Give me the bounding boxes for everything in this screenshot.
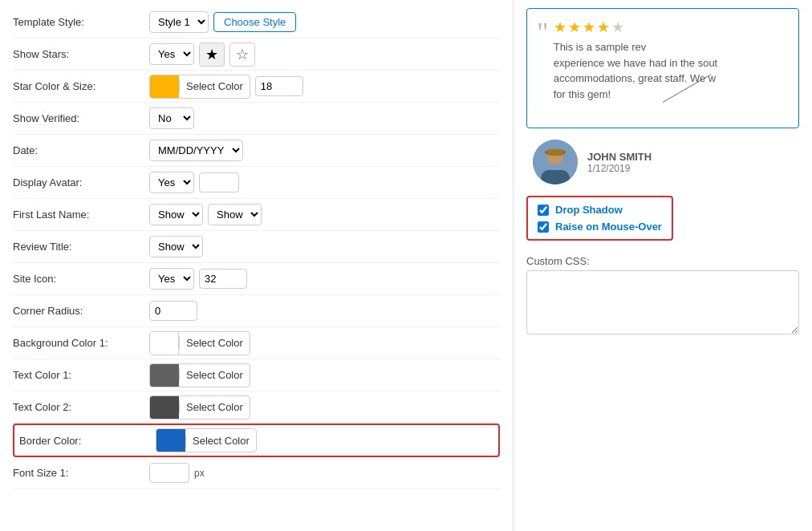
- reviewer-row: JOHN SMITH 1/12/2019: [533, 140, 799, 184]
- star-outline-icon[interactable]: ☆: [229, 43, 255, 67]
- bg-color-1-label-text: Select Color: [179, 337, 250, 349]
- drop-shadow-checkbox[interactable]: [538, 205, 549, 216]
- star-4: ★: [597, 18, 610, 36]
- choose-style-button[interactable]: Choose Style: [213, 12, 296, 32]
- display-avatar-select[interactable]: Yes No: [149, 172, 194, 193]
- review-title-select[interactable]: Show Hide: [149, 236, 203, 257]
- first-last-name-controls: Show Hide Show Hide: [149, 204, 262, 225]
- corner-radius-controls: [149, 301, 197, 321]
- star-color-size-label: Star Color & Size:: [13, 80, 149, 92]
- site-icon-label: Site Icon:: [13, 273, 149, 285]
- star-color-swatch: [150, 75, 179, 99]
- date-controls: MM/DD/YYYY DD/MM/YYYY YYYY/MM/DD: [149, 140, 243, 161]
- border-color-controls: Select Color: [156, 428, 257, 452]
- stars-row: ★ ★ ★ ★ ★: [554, 18, 718, 36]
- text-color-1-button[interactable]: Select Color: [149, 363, 250, 387]
- display-avatar-label: Display Avatar:: [13, 176, 149, 188]
- star-color-size-row: Star Color & Size: Select Color: [13, 71, 500, 103]
- star-size-input[interactable]: [255, 76, 303, 96]
- drop-shadow-label: Drop Shadow: [555, 204, 623, 216]
- template-style-row: Template Style: Style 1 Style 2 Style 3 …: [13, 6, 500, 39]
- show-verified-controls: No Yes: [149, 107, 194, 129]
- font-size-1-label: Font Size 1:: [13, 467, 149, 479]
- show-stars-row: Show Stars: Yes No ★ ☆: [13, 39, 500, 71]
- raise-on-mouseover-label: Raise on Mouse-Over: [555, 221, 662, 233]
- review-title-label: Review Title:: [13, 241, 149, 253]
- review-title-row: Review Title: Show Hide: [13, 231, 500, 263]
- site-icon-controls: Yes No: [149, 268, 247, 290]
- raise-on-mouseover-checkbox[interactable]: [538, 221, 549, 233]
- display-avatar-controls: Yes No: [149, 172, 239, 193]
- right-panel: " ★ ★ ★ ★ ★ This is a sample rev experie…: [514, 0, 812, 531]
- border-color-label: Border Color:: [19, 435, 156, 447]
- text-color-2-controls: Select Color: [149, 395, 250, 420]
- star-5: ★: [611, 18, 624, 36]
- reviewer-date: 1/12/2019: [587, 163, 652, 174]
- bg-color-1-swatch: [150, 331, 179, 355]
- first-last-name-row: First Last Name: Show Hide Show Hide: [13, 199, 500, 231]
- date-format-select[interactable]: MM/DD/YYYY DD/MM/YYYY YYYY/MM/DD: [149, 140, 243, 161]
- display-avatar-row: Display Avatar: Yes No: [13, 167, 500, 199]
- border-color-swatch: [156, 428, 185, 452]
- star-3: ★: [583, 18, 595, 36]
- reviewer-info: JOHN SMITH 1/12/2019: [587, 151, 652, 174]
- bg-color-1-label: Background Color 1:: [13, 337, 149, 349]
- text-color-2-row: Text Color 2: Select Color: [13, 391, 500, 424]
- font-size-1-controls: px: [149, 463, 205, 483]
- avatar: [533, 140, 578, 184]
- text-color-1-swatch: [150, 363, 179, 387]
- first-name-select[interactable]: Show Hide: [149, 204, 203, 225]
- preview-card: " ★ ★ ★ ★ ★ This is a sample rev experie…: [526, 8, 799, 128]
- svg-rect-2: [541, 170, 570, 184]
- text-color-1-label: Text Color 1:: [13, 369, 149, 381]
- star-color-button[interactable]: Select Color: [149, 75, 250, 99]
- text-color-2-swatch: [150, 395, 179, 420]
- corner-radius-row: Corner Radius:: [13, 295, 500, 327]
- site-icon-size-input[interactable]: [199, 269, 247, 289]
- first-last-name-label: First Last Name:: [13, 209, 149, 221]
- show-verified-select[interactable]: No Yes: [149, 107, 194, 129]
- show-stars-label: Show Stars:: [13, 48, 149, 60]
- template-style-select[interactable]: Style 1 Style 2 Style 3: [149, 11, 209, 33]
- bg-color-1-button[interactable]: Select Color: [149, 331, 250, 355]
- font-size-1-row: Font Size 1: px: [13, 457, 500, 489]
- template-style-controls: Style 1 Style 2 Style 3 Choose Style: [149, 11, 296, 33]
- review-text: This is a sample rev experience we have …: [554, 39, 718, 102]
- site-icon-select[interactable]: Yes No: [149, 268, 194, 290]
- quote-mark: ": [537, 18, 549, 47]
- star-2: ★: [568, 18, 581, 36]
- corner-radius-input[interactable]: [149, 301, 197, 321]
- show-verified-row: Show Verified: No Yes: [13, 103, 500, 135]
- show-stars-select[interactable]: Yes No: [149, 43, 194, 65]
- text-color-1-row: Text Color 1: Select Color: [13, 359, 500, 391]
- drop-shadow-row: Drop Shadow: [538, 204, 662, 216]
- star-filled-icon[interactable]: ★: [199, 43, 225, 67]
- last-name-select[interactable]: Show Hide: [208, 204, 262, 225]
- corner-radius-label: Corner Radius:: [13, 305, 149, 317]
- star-color-label: Select Color: [179, 80, 250, 92]
- custom-css-label: Custom CSS:: [526, 255, 799, 267]
- text-color-2-label: Text Color 2:: [13, 401, 149, 413]
- border-color-label-text: Select Color: [185, 435, 256, 447]
- border-color-row: Border Color: Select Color: [13, 424, 500, 457]
- checkboxes-section: Drop Shadow Raise on Mouse-Over: [526, 196, 673, 241]
- font-size-1-unit: px: [194, 468, 205, 479]
- review-title-controls: Show Hide: [149, 236, 203, 257]
- show-stars-controls: Yes No ★ ☆: [149, 43, 255, 67]
- custom-css-section: Custom CSS:: [526, 255, 799, 337]
- text-color-2-button[interactable]: Select Color: [149, 395, 250, 420]
- raise-on-mouseover-row: Raise on Mouse-Over: [538, 221, 662, 233]
- text-color-1-controls: Select Color: [149, 363, 250, 387]
- font-size-1-input[interactable]: [149, 463, 189, 483]
- left-panel: Template Style: Style 1 Style 2 Style 3 …: [0, 0, 514, 531]
- border-color-button[interactable]: Select Color: [156, 428, 257, 452]
- date-row: Date: MM/DD/YYYY DD/MM/YYYY YYYY/MM/DD: [13, 135, 500, 167]
- svg-rect-4: [547, 149, 563, 156]
- template-style-label: Template Style:: [13, 16, 149, 28]
- date-label: Date:: [13, 144, 149, 156]
- bg-color-1-row: Background Color 1: Select Color: [13, 327, 500, 359]
- display-avatar-input[interactable]: [199, 172, 239, 193]
- text-color-1-label-text: Select Color: [179, 369, 250, 381]
- star-1: ★: [554, 18, 566, 36]
- custom-css-textarea[interactable]: [526, 270, 799, 334]
